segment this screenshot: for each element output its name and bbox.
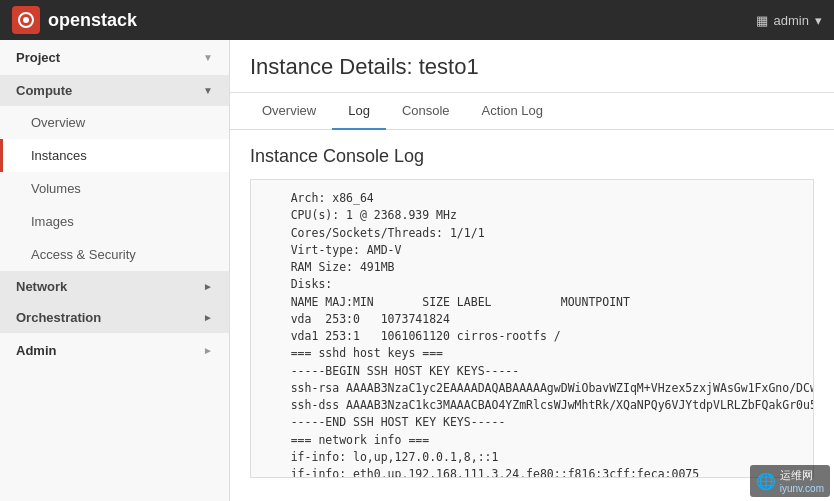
watermark-icon: 🌐 运维网 iyunv.com <box>756 468 824 494</box>
logo-icon <box>12 6 40 34</box>
tab-log[interactable]: Log <box>332 93 386 130</box>
log-box[interactable]: Arch: x86_64 CPU(s): 1 @ 2368.939 MHz Co… <box>250 179 814 478</box>
log-line: Arch: x86_64 <box>263 190 801 207</box>
log-line: CPU(s): 1 @ 2368.939 MHz <box>263 207 801 224</box>
log-line: === network info === <box>263 432 801 449</box>
logo-text: openstack <box>48 10 137 31</box>
log-line: NAME MAJ:MIN SIZE LABEL MOUNTPOINT <box>263 294 801 311</box>
project-arrow-icon: ▼ <box>203 52 213 63</box>
log-line: === sshd host keys === <box>263 345 801 362</box>
sidebar-item-volumes[interactable]: Volumes <box>0 172 229 205</box>
page-title: Instance Details: testo1 <box>230 40 834 93</box>
log-line: vda1 253:1 1061061120 cirros-rootfs / <box>263 328 801 345</box>
log-line: Virt-type: AMD-V <box>263 242 801 259</box>
sidebar-group-network[interactable]: Network ► <box>0 271 229 302</box>
sidebar: Project ▼ Compute ▼ Overview Instances V… <box>0 40 230 501</box>
compute-arrow-icon: ▼ <box>203 85 213 96</box>
orchestration-arrow-icon: ► <box>203 312 213 323</box>
log-content: Instance Console Log Arch: x86_64 CPU(s)… <box>230 130 834 501</box>
network-arrow-icon: ► <box>203 281 213 292</box>
log-section-title: Instance Console Log <box>250 146 814 167</box>
sidebar-item-images[interactable]: Images <box>0 205 229 238</box>
log-line: RAM Size: 491MB <box>263 259 801 276</box>
tab-console[interactable]: Console <box>386 93 466 130</box>
admin-icon: ▦ <box>756 13 768 28</box>
log-line: vda 253:0 1073741824 <box>263 311 801 328</box>
svg-point-1 <box>23 17 29 23</box>
content-area: Instance Details: testo1 Overview Log Co… <box>230 40 834 501</box>
log-line: ssh-rsa AAAAB3NzaC1yc2EAAAADAQABAAAAAgwD… <box>263 380 801 397</box>
tab-bar: Overview Log Console Action Log <box>230 93 834 130</box>
topbar-admin[interactable]: ▦ admin ▾ <box>756 13 822 28</box>
log-line: -----END SSH HOST KEY KEYS----- <box>263 414 801 431</box>
tab-action-log[interactable]: Action Log <box>466 93 559 130</box>
sidebar-project-header[interactable]: Project ▼ <box>0 40 229 75</box>
sidebar-group-orchestration[interactable]: Orchestration ► <box>0 302 229 333</box>
sidebar-admin-header[interactable]: Admin ► <box>0 333 229 368</box>
tab-overview[interactable]: Overview <box>246 93 332 130</box>
log-line: -----BEGIN SSH HOST KEY KEYS----- <box>263 363 801 380</box>
topbar: openstack ▦ admin ▾ <box>0 0 834 40</box>
admin-arrow-icon: ► <box>203 345 213 356</box>
sidebar-group-compute[interactable]: Compute ▼ <box>0 75 229 106</box>
log-line: Disks: <box>263 276 801 293</box>
log-line: Cores/Sockets/Threads: 1/1/1 <box>263 225 801 242</box>
log-line: if-info: lo,up,127.0.0.1,8,::1 <box>263 449 801 466</box>
sidebar-item-instances[interactable]: Instances <box>0 139 229 172</box>
logo: openstack <box>12 6 137 34</box>
sidebar-item-access-security[interactable]: Access & Security <box>0 238 229 271</box>
sidebar-item-overview[interactable]: Overview <box>0 106 229 139</box>
log-line: ssh-dss AAAAB3NzaC1kc3MAAACBAO4YZmRlcsWJ… <box>263 397 801 414</box>
watermark: 🌐 运维网 iyunv.com <box>750 465 830 497</box>
log-line: if-info: eth0,up,192.168.111.3,24,fe80::… <box>263 466 801 478</box>
main-layout: Project ▼ Compute ▼ Overview Instances V… <box>0 40 834 501</box>
dropdown-arrow-icon: ▾ <box>815 13 822 28</box>
